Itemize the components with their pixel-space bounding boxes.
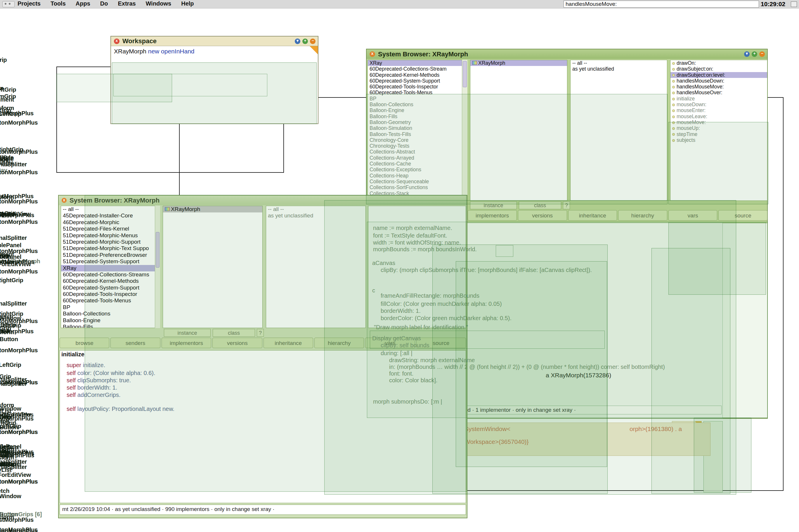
xray-outline bbox=[113, 74, 267, 96]
method-bullet-icon bbox=[672, 68, 675, 71]
list-item[interactable]: 60Deprecated-Collections-Stream bbox=[368, 66, 467, 72]
menu-item-help[interactable]: Help bbox=[181, 0, 194, 7]
list-item[interactable]: drawSubject:on:level: bbox=[670, 72, 767, 78]
method-bullet-icon bbox=[672, 103, 675, 106]
xray-label: PluggableButtonMorphPlus bbox=[0, 347, 38, 354]
xray-label: BottomGrip bbox=[0, 461, 16, 468]
xray-label: tGrip bbox=[0, 57, 7, 63]
xray-label: Transform bbox=[0, 105, 14, 112]
close-icon[interactable]: x bbox=[114, 39, 120, 44]
title-bar[interactable]: x System Browser: XRayMorph ▾ + − bbox=[367, 49, 767, 59]
xray-label: ProportionalSplitter bbox=[0, 235, 27, 241]
clock[interactable]: 10:29:02 bbox=[761, 1, 785, 7]
list-item[interactable]: mouseLeave: bbox=[670, 114, 767, 119]
xray-label: Transform bbox=[0, 259, 14, 265]
list-item[interactable]: -- all -- bbox=[570, 60, 667, 66]
code-line: initialize bbox=[61, 351, 85, 358]
list-item[interactable]: mouseEnter: bbox=[670, 108, 767, 113]
method-bullet-icon bbox=[672, 80, 675, 82]
xray-label: Sketch bbox=[0, 488, 10, 494]
xray-label: PluggableButtonMorphPlus bbox=[0, 198, 38, 205]
list-item[interactable]: 60Deprecated-System-Support bbox=[368, 78, 467, 84]
list-item[interactable]: handlesMouseDown: bbox=[670, 78, 767, 84]
squeak-logo-icon[interactable] bbox=[2, 1, 15, 7]
method-bullet-icon bbox=[672, 74, 675, 76]
xray-label: PluggableButtonMorphPlus bbox=[0, 119, 38, 126]
xray-label: PluggableButtonMorphPlus bbox=[0, 149, 38, 155]
method-bullet-icon bbox=[672, 62, 675, 65]
list-item[interactable]: drawSubject:on: bbox=[670, 66, 767, 72]
list-item[interactable]: XRayMorph bbox=[470, 60, 567, 66]
xray-label: LazyList bbox=[0, 212, 12, 219]
list-item[interactable]: handlesMouseOver: bbox=[670, 90, 767, 95]
xray-label: on bbox=[0, 85, 3, 92]
menu-bar: ProjectsToolsAppsDoExtrasWindowsHelp 10:… bbox=[0, 0, 799, 8]
xray-label: TextMorphForEditView bbox=[0, 411, 31, 418]
list-item[interactable]: initialize bbox=[670, 96, 767, 101]
xray-label: BottomLeftGrip bbox=[0, 362, 21, 368]
close-icon[interactable]: x bbox=[369, 51, 375, 57]
xray-label: TextMorphForEditView bbox=[0, 472, 31, 478]
menu-item-do[interactable]: Do bbox=[100, 0, 108, 7]
collapse-icon[interactable]: − bbox=[759, 51, 765, 57]
list-item[interactable]: drawOn: bbox=[670, 60, 767, 66]
menu-icon[interactable]: ▾ bbox=[295, 39, 300, 44]
desktop: ProjectsToolsAppsDoExtrasWindowsHelp 10:… bbox=[0, 0, 799, 532]
menu-item-apps[interactable]: Apps bbox=[76, 0, 90, 7]
expand-icon[interactable]: + bbox=[752, 51, 757, 57]
xray-sheet bbox=[366, 94, 668, 204]
xray-sheet bbox=[668, 122, 768, 204]
menu-items: ProjectsToolsAppsDoExtrasWindowsHelp bbox=[18, 0, 194, 7]
title-bar[interactable]: x Workspace ▾ + − bbox=[111, 37, 318, 46]
xray-label: BottomRightGrip bbox=[0, 277, 23, 284]
xray-label: PluggableButtonMorphPlus bbox=[0, 268, 38, 275]
window-controls: ▾ + − bbox=[295, 39, 315, 44]
menu-item-windows[interactable]: Windows bbox=[146, 0, 171, 7]
xray-label: PluggableButtonMorphPlus bbox=[0, 429, 38, 435]
xray-outline bbox=[370, 331, 605, 349]
method-bullet-icon bbox=[672, 98, 675, 100]
xray-outline bbox=[496, 245, 513, 257]
expand-icon[interactable]: + bbox=[302, 39, 308, 44]
list-item[interactable]: handlesMouseMove: bbox=[670, 84, 767, 90]
list-item[interactable]: as yet unclassified bbox=[570, 66, 667, 72]
method-bullet-icon bbox=[672, 116, 675, 118]
xray-label: PluggableButtonMorphPlus bbox=[0, 248, 38, 254]
xray-sheet bbox=[694, 418, 751, 493]
scroll-corner-icon bbox=[310, 46, 318, 54]
list-item[interactable]: 60Deprecated-Kernel-Methods bbox=[368, 72, 467, 78]
list-item[interactable]: mouseDown: bbox=[670, 101, 767, 108]
xray-label: BottomLeftGrip bbox=[0, 322, 21, 329]
class-icon bbox=[472, 61, 477, 65]
xray-label: PluggableButtonMorphPlus bbox=[0, 528, 38, 532]
xray-label: BottomLeftGrip bbox=[0, 423, 21, 430]
scrollbar-thumb[interactable] bbox=[463, 61, 467, 87]
workspace-code: XRayMorph bbox=[114, 48, 146, 55]
window-title: Workspace bbox=[122, 37, 157, 45]
method-bullet-icon bbox=[672, 92, 675, 94]
xray-label: PluggableButtonMorphPlus bbox=[0, 218, 38, 225]
clock-icon bbox=[791, 1, 797, 7]
close-icon[interactable]: x bbox=[62, 198, 67, 203]
list-item[interactable]: 60Deprecated-Tools-Inspector bbox=[368, 84, 467, 90]
menu-icon[interactable]: ▾ bbox=[744, 51, 750, 57]
list-item[interactable]: XRay bbox=[368, 60, 467, 66]
menu-item-tools[interactable]: Tools bbox=[51, 0, 66, 7]
xray-label: Transform bbox=[0, 449, 14, 455]
xray-label: MorphButton bbox=[0, 336, 18, 343]
xray-label: Alignment bbox=[0, 96, 14, 103]
xray-label: PluggableButtonMorphPlus bbox=[0, 478, 38, 485]
xray-sheet bbox=[456, 261, 607, 467]
method-bullet-icon bbox=[672, 86, 675, 89]
xray-label: PluggablePanel bbox=[0, 242, 21, 249]
xray-label: ProportionalSplitter bbox=[0, 376, 27, 383]
collapse-icon[interactable]: − bbox=[310, 39, 315, 44]
method-bullet-icon bbox=[672, 110, 675, 112]
xray-label: PluggableButtonMorphPlus bbox=[0, 169, 38, 176]
menu-item-projects[interactable]: Projects bbox=[18, 0, 41, 7]
xray-label: ProportionalSplitter bbox=[0, 300, 27, 307]
menu-item-extras[interactable]: Extras bbox=[118, 0, 135, 7]
message-name-field[interactable] bbox=[564, 1, 759, 7]
xray-label: Image bbox=[0, 156, 8, 163]
status-bar: mt 2/26/2019 10:04 · as yet unclassified… bbox=[60, 505, 466, 515]
